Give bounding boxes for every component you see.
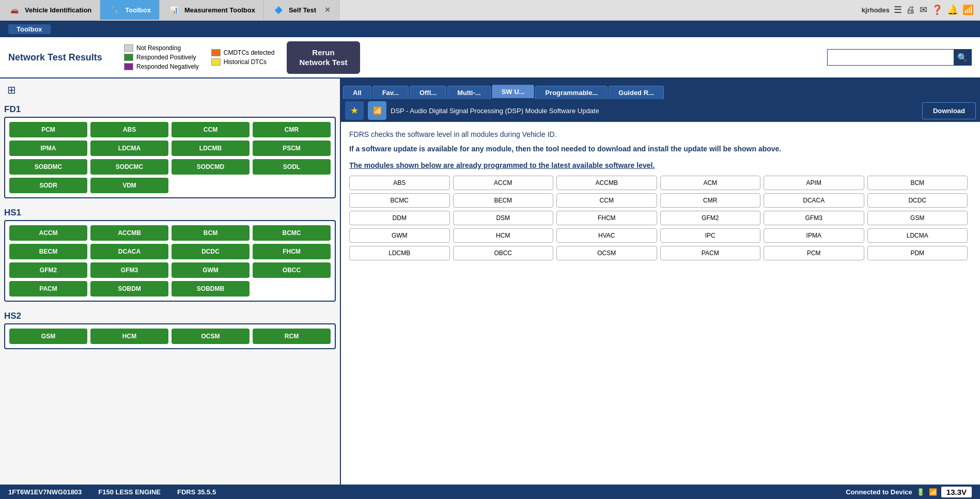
module-GFM3[interactable]: GFM3 [90, 262, 168, 278]
right-module-LDCMB[interactable]: LDCMB [349, 246, 450, 260]
right-module-CCM[interactable]: CCM [556, 193, 657, 208]
menu-icon[interactable]: ☰ [894, 4, 902, 15]
close-icon[interactable]: ✕ [324, 6, 331, 14]
username: kjrhodes [862, 6, 890, 14]
right-module-HCM[interactable]: HCM [453, 228, 554, 243]
module-ACCMB[interactable]: ACCMB [90, 225, 168, 241]
print-icon[interactable]: 🖨 [906, 5, 915, 15]
tab-self-test[interactable]: 🔷 Self Test ✕ [264, 0, 339, 20]
module-SOBDMB[interactable]: SOBDMB [172, 281, 250, 297]
module-BCM[interactable]: BCM [172, 225, 250, 241]
right-content: FDRS checks the software level in all mo… [341, 122, 980, 485]
legend-items-2: CMDTCs detected Historical DTCs [211, 49, 275, 66]
tab-toolbox[interactable]: 🔧 Toolbox [100, 0, 160, 20]
right-module-PDM[interactable]: PDM [867, 246, 968, 260]
module-OCSM[interactable]: OCSM [172, 329, 250, 344]
right-module-DSM[interactable]: DSM [453, 211, 554, 225]
right-module-FHCM[interactable]: FHCM [556, 211, 657, 225]
status-right: Connected to Device 🔋 📶 13.3V [846, 487, 972, 497]
signal-icon[interactable]: 📶 [962, 4, 974, 15]
swatch-orange [211, 49, 221, 56]
module-GWM[interactable]: GWM [172, 262, 250, 278]
right-module-PACM[interactable]: PACM [660, 246, 761, 260]
self-test-icon: 🔷 [272, 4, 285, 16]
legend-bar: Network Test Results Not Responding Resp… [0, 37, 980, 79]
tab-guided[interactable]: Guided R... [609, 86, 664, 99]
module-BCMC[interactable]: BCMC [253, 225, 331, 241]
module-SODR[interactable]: SODR [9, 178, 87, 193]
right-module-ACCM[interactable]: ACCM [453, 176, 554, 190]
module-PACM[interactable]: PACM [9, 281, 87, 297]
right-module-CMR[interactable]: CMR [660, 193, 761, 208]
module-PCM[interactable]: PCM [9, 122, 87, 137]
module-GFM2[interactable]: GFM2 [9, 262, 87, 278]
download-button[interactable]: Download [922, 102, 976, 119]
tab-all[interactable]: All [343, 86, 371, 99]
bell-icon[interactable]: 🔔 [947, 4, 958, 15]
module-LDCMB[interactable]: LDCMB [172, 141, 250, 156]
module-PSCM[interactable]: PSCM [253, 141, 331, 156]
help-icon[interactable]: ❓ [931, 4, 943, 15]
right-module-ACM[interactable]: ACM [660, 176, 761, 190]
module-CMR[interactable]: CMR [253, 122, 331, 137]
module-SODCMD[interactable]: SODCMD [172, 159, 250, 175]
modules-HS1: ACCM ACCMB BCM BCMC BECM DCACA DCDC FHCM… [4, 220, 336, 302]
module-SOBDMC[interactable]: SOBDMC [9, 159, 87, 175]
module-HCM[interactable]: HCM [90, 329, 168, 344]
module-DCACA[interactable]: DCACA [90, 244, 168, 259]
tab-programmable[interactable]: Programmable... [535, 86, 608, 99]
right-module-BECM[interactable]: BECM [453, 193, 554, 208]
right-module-OCSM[interactable]: OCSM [556, 246, 657, 260]
chart-button[interactable]: 📶 [368, 101, 386, 120]
right-module-APIM[interactable]: APIM [764, 176, 864, 190]
right-module-GWM[interactable]: GWM [349, 228, 450, 243]
status-vin: 1FT6W1EV7NWG01803 [8, 488, 82, 496]
module-RCM[interactable]: RCM [253, 329, 331, 344]
module-LDCMA[interactable]: LDCMA [90, 141, 168, 156]
right-module-ABS[interactable]: ABS [349, 176, 450, 190]
right-module-IPMA[interactable]: IPMA [764, 228, 864, 243]
tab-fav[interactable]: Fav... [372, 86, 409, 99]
module-DCDC[interactable]: DCDC [172, 244, 250, 259]
right-module-LDCMA[interactable]: LDCMA [867, 228, 968, 243]
right-module-BCMC[interactable]: BCMC [349, 193, 450, 208]
tab-multi[interactable]: Multi-... [447, 86, 491, 99]
right-module-DCACA[interactable]: DCACA [764, 193, 864, 208]
module-CCM[interactable]: CCM [172, 122, 250, 137]
module-VDM[interactable]: VDM [90, 178, 168, 193]
tab-offl[interactable]: Offl... [410, 86, 446, 99]
right-module-BCM[interactable]: BCM [867, 176, 968, 190]
module-SOBDM[interactable]: SOBDM [90, 281, 168, 297]
right-module-DCDC[interactable]: DCDC [867, 193, 968, 208]
module-OBCC[interactable]: OBCC [253, 262, 331, 278]
right-module-ACCMB[interactable]: ACCMB [556, 176, 657, 190]
module-SODCMC[interactable]: SODCMC [90, 159, 168, 175]
search-button[interactable]: 🔍 [954, 49, 971, 66]
right-panel: All Fav... Offl... Multi-... SW U... Pro… [341, 79, 980, 485]
module-GSM[interactable]: GSM [9, 329, 87, 344]
right-module-DDM[interactable]: DDM [349, 211, 450, 225]
right-module-GSM[interactable]: GSM [867, 211, 968, 225]
toolbox-icon: 🔧 [108, 4, 121, 16]
right-module-GFM2[interactable]: GFM2 [660, 211, 761, 225]
rerun-button[interactable]: RerunNetwork Test [287, 41, 360, 74]
right-module-HVAC[interactable]: HVAC [556, 228, 657, 243]
module-ABS[interactable]: ABS [90, 122, 168, 137]
right-module-IPC[interactable]: IPC [660, 228, 761, 243]
module-ACCM[interactable]: ACCM [9, 225, 87, 241]
tab-vehicle-id[interactable]: 🚗 Vehicle Identification [0, 0, 100, 20]
module-IPMA[interactable]: IPMA [9, 141, 87, 156]
module-SODL[interactable]: SODL [253, 159, 331, 175]
main-content: ⊞ FD1 PCM ABS CCM CMR IPMA LDCMA LDCMB P… [0, 79, 980, 485]
module-BECM[interactable]: BECM [9, 244, 87, 259]
right-module-PCM[interactable]: PCM [764, 246, 864, 260]
tab-measurement[interactable]: 📊 Measurement Toolbox [160, 0, 264, 20]
email-icon[interactable]: ✉ [920, 4, 927, 15]
module-FHCM[interactable]: FHCM [253, 244, 331, 259]
tab-swu[interactable]: SW U... [492, 85, 535, 99]
search-input[interactable] [828, 54, 954, 61]
right-module-OBCC[interactable]: OBCC [453, 246, 554, 260]
right-module-GFM3[interactable]: GFM3 [764, 211, 864, 225]
star-button[interactable]: ★ [345, 101, 364, 120]
left-scroll-inner[interactable]: FD1 PCM ABS CCM CMR IPMA LDCMA LDCMB PSC… [0, 101, 340, 485]
